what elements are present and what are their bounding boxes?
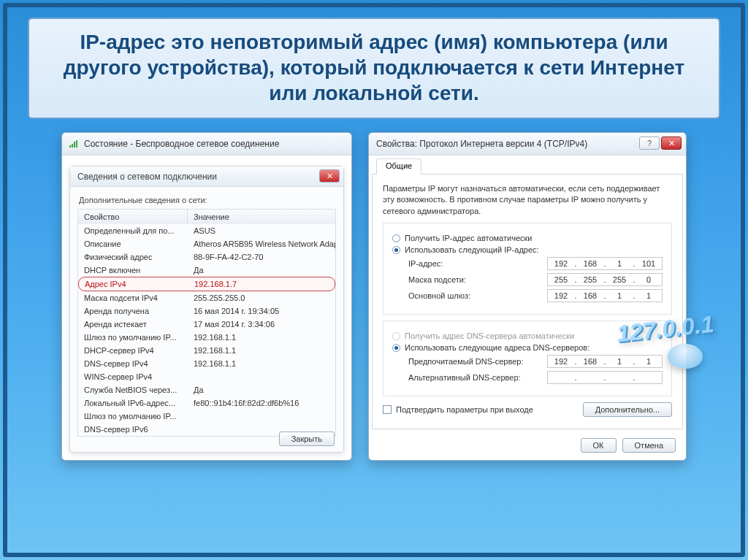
ipv4-window-titlebar: Свойства: Протокол Интернета версии 4 (T… (369, 133, 686, 155)
subnet-mask-input[interactable]: 255.255.255.0 (547, 273, 663, 286)
table-row: DNS-сервер IPv4192.168.1.1 (78, 357, 335, 370)
validate-label: Подтвердить параметры при выходе (396, 405, 533, 414)
preferred-dns-input[interactable]: 192.168.1.1 (547, 355, 663, 368)
table-row: Аренда получена16 мая 2014 г. 19:34:05 (78, 304, 335, 318)
slide-title-box: IP-адрес это неповторимый адрес (имя) ко… (28, 18, 720, 119)
table-row: Служба NetBIOS через...Да (78, 383, 335, 396)
help-icon[interactable]: ? (639, 137, 660, 150)
radio-auto-ip[interactable]: Получить IP-адрес автоматически (392, 234, 663, 242)
status-window-titlebar: Состояние - Беспроводное сетевое соедине… (62, 133, 351, 155)
table-row: Определенный для по...ASUS (78, 224, 335, 237)
radio-manual-dns[interactable]: Использовать следующие адреса DNS-сервер… (392, 343, 663, 352)
ipv4-properties-window: Свойства: Протокол Интернета версии 4 (T… (368, 132, 687, 461)
gateway-input[interactable]: 192.168.1.1 (547, 289, 663, 302)
close-icon[interactable]: ✕ (319, 169, 340, 183)
radio-icon (392, 332, 400, 340)
label-dns2: Альтернативный DNS-сервер: (408, 373, 521, 382)
table-row: Локальный IPv6-адрес...fe80::91b4:16f:82… (78, 396, 335, 410)
ip-address-input[interactable]: 192.168.1.101 (547, 257, 663, 270)
advanced-button[interactable]: Дополнительно... (583, 402, 672, 417)
label-dns1: Предпочитаемый DNS-сервер: (408, 357, 523, 366)
status-window-title: Состояние - Беспроводное сетевое соедине… (84, 139, 279, 149)
details-dialog: Сведения о сетевом подключении ✕ Дополни… (69, 166, 344, 453)
ok-button[interactable]: ОК (581, 438, 617, 453)
close-button[interactable]: Закрыть (279, 431, 335, 446)
radio-manual-ip[interactable]: Использовать следующий IP-адрес: (392, 245, 663, 254)
status-window: Состояние - Беспроводное сетевое соедине… (61, 132, 352, 461)
details-dialog-titlebar: Сведения о сетевом подключении ✕ (70, 166, 343, 187)
radio-auto-dns: Получить адрес DNS-сервера автоматически (392, 331, 663, 340)
validate-checkbox[interactable] (383, 405, 392, 414)
label-mask: Маска подсети: (408, 275, 466, 284)
ipv4-window-title: Свойства: Протокол Интернета версии 4 (T… (376, 139, 587, 149)
table-row: Аренда истекает17 мая 2014 г. 3:34:06 (78, 318, 335, 331)
tab-general[interactable]: Общие (376, 158, 421, 174)
slide-title: IP-адрес это неповторимый адрес (имя) ко… (45, 29, 703, 106)
table-row: Шлюз по умолчанию IP...192.168.1.1 (78, 331, 335, 344)
radio-icon (392, 246, 400, 254)
label-gateway: Основной шлюз: (408, 291, 470, 300)
signal-icon (69, 140, 80, 147)
table-row: Физический адрес88-9F-FA-42-C2-70 (78, 250, 335, 264)
table-row: WINS-сервер IPv4 (78, 370, 335, 383)
radio-icon (392, 234, 400, 242)
table-row: DHCP-сервер IPv4192.168.1.1 (78, 344, 335, 357)
details-heading: Дополнительные сведения о сети: (79, 196, 336, 204)
ipv4-note: Параметры IP могут назначаться автоматич… (383, 183, 672, 217)
close-icon[interactable]: ✕ (661, 137, 682, 150)
table-row: Маска подсети IPv4255.255.255.0 (78, 291, 335, 304)
label-ip: IP-адрес: (408, 259, 443, 268)
table-row: Шлюз по умолчанию IP... (78, 410, 335, 423)
table-row: ОписаниеAtheros AR5B95 Wireless Network … (78, 237, 335, 250)
radio-icon (392, 344, 400, 352)
table-row: Адрес IPv4192.168.1.7 (78, 277, 335, 291)
details-table: Свойство Значение Определенный для по...… (77, 209, 336, 437)
alternate-dns-input[interactable]: ... (547, 371, 663, 384)
cancel-button[interactable]: Отмена (622, 438, 676, 453)
details-dialog-title: Сведения о сетевом подключении (77, 172, 217, 182)
col-property[interactable]: Свойство (78, 210, 188, 224)
col-value[interactable]: Значение (188, 210, 335, 224)
table-row: DHCP включенДа (78, 264, 335, 277)
